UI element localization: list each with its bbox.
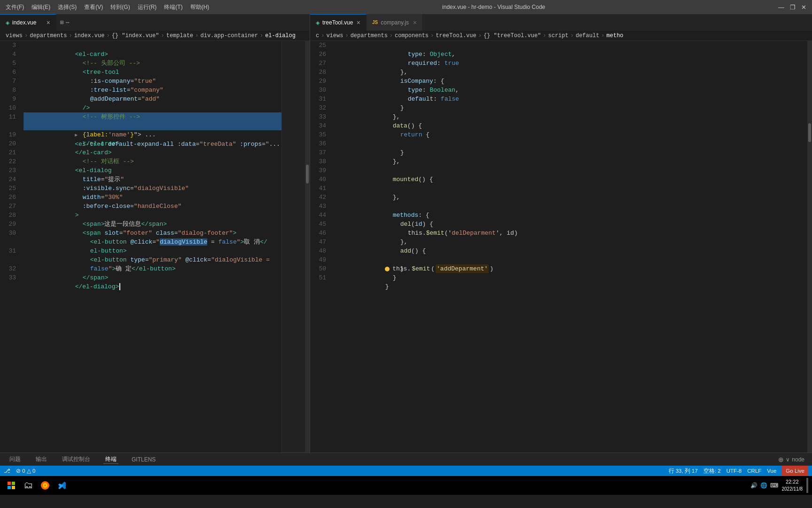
line-ending[interactable]: CRLF [747,468,761,474]
panel-tab-problems[interactable]: 问题 [8,455,23,463]
crumb-el-dialog[interactable]: el-dialog [265,32,296,39]
tab-close-button[interactable]: × [357,19,360,26]
statusbar-right: 行 33, 列 17 空格: 2 UTF-8 CRLF Vue Go Live [669,466,808,476]
tab-company-js[interactable]: JS company.js × [367,14,423,31]
more-actions-icon[interactable]: ⋯ [66,19,70,26]
vue-file-icon: ◈ [6,20,9,26]
tab-close-button[interactable]: × [47,19,50,26]
windows-icon[interactable] [4,478,19,493]
bottom-panel: 问题 输出 调试控制台 终端 GITLENS ⊕ ∨ node [0,452,812,466]
code-line: }, [334,103,807,112]
panel-tab-terminal[interactable]: 终端 [103,455,118,464]
indentation[interactable]: 空格: 2 [703,468,721,475]
code-line: }, [334,148,807,157]
code-line: methods: { [334,202,807,211]
panel-tab-output[interactable]: 输出 [34,455,49,463]
menu-help[interactable]: 帮助(H) [190,3,210,11]
panel-tab-debug-console[interactable]: 调试控制台 [60,455,92,463]
menu-goto[interactable]: 转到(G) [110,3,130,11]
left-line-numbers: 3 4 5 6 7 8 9 10 11 19 20 21 22 23 24 2 [0,41,20,452]
tab-treetool-vue[interactable]: ◈ treeTool.vue × [310,14,367,31]
crumb-c[interactable]: c [316,32,319,39]
svg-rect-3 [12,486,15,489]
panel-dropdown[interactable]: ∨ [786,456,790,463]
titlebar-menu[interactable]: 文件(F) 编辑(E) 选择(S) 查看(V) 转到(G) 运行(R) 终端(T… [6,3,209,11]
close-button[interactable]: ✕ [801,4,806,11]
panel-add-button[interactable]: ⊕ [778,456,784,463]
cursor-position[interactable]: 行 33, 列 17 [669,468,698,475]
left-code-content[interactable]: <el-card> <!-- 头部公司 --> <tree-tool :is-c… [20,41,281,452]
code-line [334,157,807,166]
left-code-area: 3 4 5 6 7 8 9 10 11 19 20 21 22 23 24 2 [0,41,310,452]
vscode-icon[interactable] [55,478,70,493]
browser-icon[interactable] [38,478,53,493]
scrollbar-thumb[interactable] [306,165,309,183]
git-branch-icon[interactable]: ⎇ [4,468,10,474]
titlebar-controls[interactable]: — ❐ ✕ [778,4,806,11]
statusbar: ⎇ ⊘ 0 △ 0 行 33, 列 17 空格: 2 UTF-8 CRLF Vu… [0,466,812,476]
left-minimap [281,41,305,452]
crumb-div[interactable]: div.app-container [201,32,258,39]
menu-terminal[interactable]: 终端(T) [164,3,182,11]
left-tabbar: ◈ index.vue × ⊞ ⋯ [0,14,310,31]
crumb-obj[interactable]: {} "treeTool.vue" [484,32,541,39]
scrollbar-thumb[interactable] [808,123,811,142]
right-tabbar: ◈ treeTool.vue × JS company.js × [310,14,812,31]
panel-tab-gitlens[interactable]: GITLENS [130,456,157,463]
code-line: <el-card> [23,41,281,50]
right-breadcrumb: c › views › departments › components › t… [310,31,812,41]
panel-right-actions: ⊕ ∨ node [778,456,804,463]
menu-file[interactable]: 文件(F) [6,3,24,11]
js-file-icon: JS [372,20,378,25]
code-line: }, [334,184,807,193]
taskbar: 🗂 🔊 🌐 ⌨ 22:22 2022/11/8 [0,476,812,495]
maximize-button[interactable]: ❐ [790,4,796,11]
right-scrollbar[interactable] [807,41,812,452]
minimap-viewport [282,41,305,452]
tab-index-vue[interactable]: ◈ index.vue × [0,14,56,31]
system-tray: 🔊 🌐 ⌨ [750,482,778,489]
svg-point-6 [44,484,46,486]
language-mode[interactable]: Vue [767,468,776,474]
menu-view[interactable]: 查看(V) [84,3,103,11]
right-code-area: 25 26 27 28 29 30 31 32 33 34 35 36 37 3… [310,41,812,452]
crumb-departments[interactable]: departments [30,32,67,39]
menu-run[interactable]: 运行(R) [138,3,157,11]
taskbar-right: 🔊 🌐 ⌨ 22:22 2022/11/8 [750,478,809,493]
crumb-views[interactable]: views [6,32,23,39]
crumb-template[interactable]: template [166,32,194,39]
go-live-button[interactable]: Go Live [782,466,808,476]
show-desktop[interactable] [806,478,808,493]
crumb-metho[interactable]: metho [607,32,624,39]
crumb-views[interactable]: views [326,32,343,39]
menu-edit[interactable]: 编辑(E) [31,3,50,11]
right-line-numbers: 25 26 27 28 29 30 31 32 33 34 35 36 37 3… [310,41,330,452]
statusbar-left: ⎇ ⊘ 0 △ 0 [4,468,35,474]
left-pane: ◈ index.vue × ⊞ ⋯ views › departments › … [0,14,310,452]
crumb-script[interactable]: script [548,32,569,39]
crumb-index-obj[interactable]: {} "index.vue" [112,32,159,39]
tab-actions[interactable]: ⊞ ⋯ [56,14,73,31]
encoding[interactable]: UTF-8 [726,468,742,474]
crumb-departments[interactable]: departments [351,32,388,39]
code-line: } [334,273,807,282]
svg-rect-0 [8,482,11,485]
window-title: index.vue - hr-demo - Visual Studio Code [209,4,778,10]
crumb-index-vue[interactable]: index.vue [74,32,105,39]
crumb-components[interactable]: components [395,32,429,39]
left-breadcrumb: views › departments › index.vue › {} "in… [0,31,310,41]
crumb-treetool[interactable]: treeTool.vue [436,32,476,39]
tab-label: company.js [381,19,409,26]
crumb-default[interactable]: default [576,32,599,39]
minimize-button[interactable]: — [778,4,784,11]
code-line: type: Object, [334,41,807,50]
split-editor-icon[interactable]: ⊞ [60,19,64,26]
errors-warnings[interactable]: ⊘ 0 △ 0 [16,468,35,474]
left-scrollbar[interactable] [305,41,310,452]
file-explorer-icon[interactable]: 🗂 [21,478,36,493]
code-line: } [334,139,807,148]
right-pane: ◈ treeTool.vue × JS company.js × c › vie… [310,14,812,452]
right-code-content[interactable]: type: Object, required: true }, isCompan… [330,41,807,452]
tab-close-button[interactable]: × [413,19,417,26]
menu-select[interactable]: 选择(S) [58,3,77,11]
